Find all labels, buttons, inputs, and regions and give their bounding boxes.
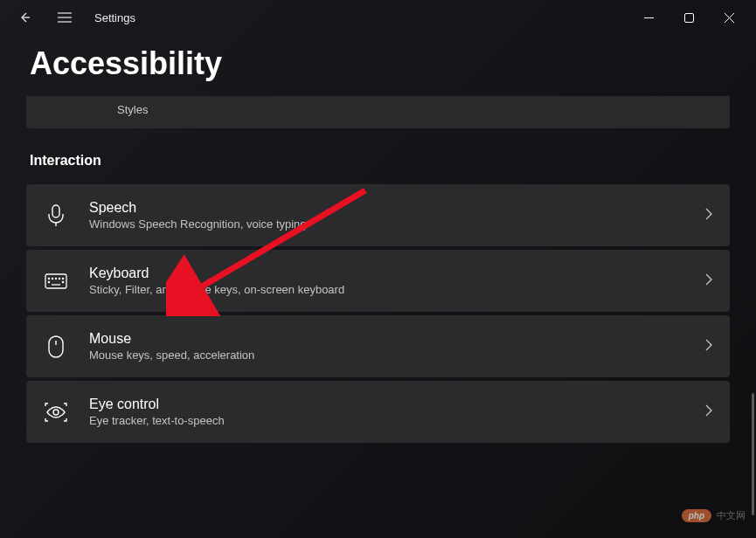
svg-point-11 <box>52 278 52 279</box>
section-header-interaction: Interaction <box>26 153 730 169</box>
partial-card-captions[interactable]: Styles <box>26 96 730 128</box>
card-text: Eye control Eye tracker, text-to-speech <box>89 397 684 427</box>
content-area: Styles Interaction Speech Windows Speech… <box>0 96 756 443</box>
card-text: Keyboard Sticky, Filter, and Toggle keys… <box>89 266 684 296</box>
card-subtitle: Eye tracker, text-to-speech <box>89 414 684 427</box>
card-subtitle: Sticky, Filter, and Toggle keys, on-scre… <box>89 283 684 296</box>
svg-point-12 <box>55 278 56 279</box>
eye-icon <box>44 400 68 424</box>
card-keyboard[interactable]: Keyboard Sticky, Filter, and Toggle keys… <box>26 250 730 312</box>
svg-rect-7 <box>52 205 59 217</box>
watermark-badge: php <box>682 509 711 522</box>
maximize-button[interactable] <box>669 1 709 34</box>
card-title: Keyboard <box>89 266 684 281</box>
back-arrow-icon <box>17 10 31 24</box>
svg-rect-4 <box>684 13 693 22</box>
chevron-right-icon <box>705 339 712 355</box>
scrollbar[interactable] <box>752 393 754 515</box>
watermark-text: 中文网 <box>717 509 746 522</box>
svg-point-13 <box>59 278 59 279</box>
maximize-icon <box>684 13 694 23</box>
window-controls <box>628 1 749 34</box>
card-title: Speech <box>89 200 684 216</box>
svg-rect-18 <box>49 336 63 357</box>
card-title: Mouse <box>89 331 684 347</box>
microphone-icon <box>44 203 68 228</box>
app-title: Settings <box>94 11 135 24</box>
mouse-icon <box>44 335 68 359</box>
title-bar-left: Settings <box>7 0 135 35</box>
card-subtitle: Mouse keys, speed, acceleration <box>89 348 684 362</box>
watermark: php 中文网 <box>682 509 746 522</box>
title-bar: Settings <box>0 0 756 35</box>
svg-point-20 <box>53 410 59 415</box>
nav-menu-button[interactable] <box>47 0 82 35</box>
minimize-icon <box>644 13 654 23</box>
minimize-button[interactable] <box>628 1 669 34</box>
card-text: Mouse Mouse keys, speed, acceleration <box>89 331 684 362</box>
hamburger-icon <box>58 12 72 23</box>
card-subtitle: Windows Speech Recognition, voice typing <box>89 217 684 231</box>
chevron-right-icon <box>705 273 712 289</box>
back-button[interactable] <box>7 0 42 35</box>
chevron-right-icon <box>705 404 712 420</box>
svg-point-10 <box>48 278 49 279</box>
svg-point-16 <box>62 281 63 282</box>
svg-point-14 <box>62 278 63 279</box>
keyboard-icon <box>44 269 68 293</box>
svg-point-15 <box>48 281 49 282</box>
card-eye-control[interactable]: Eye control Eye tracker, text-to-speech <box>26 381 730 443</box>
partial-card-subtitle: Styles <box>117 103 148 116</box>
chevron-right-icon <box>705 208 712 224</box>
close-icon <box>725 13 734 23</box>
card-mouse[interactable]: Mouse Mouse keys, speed, acceleration <box>26 315 730 377</box>
card-speech[interactable]: Speech Windows Speech Recognition, voice… <box>26 184 730 246</box>
card-title: Eye control <box>89 397 684 412</box>
card-text: Speech Windows Speech Recognition, voice… <box>89 200 684 231</box>
close-button[interactable] <box>709 1 749 34</box>
page-title: Accessibility <box>0 35 756 96</box>
